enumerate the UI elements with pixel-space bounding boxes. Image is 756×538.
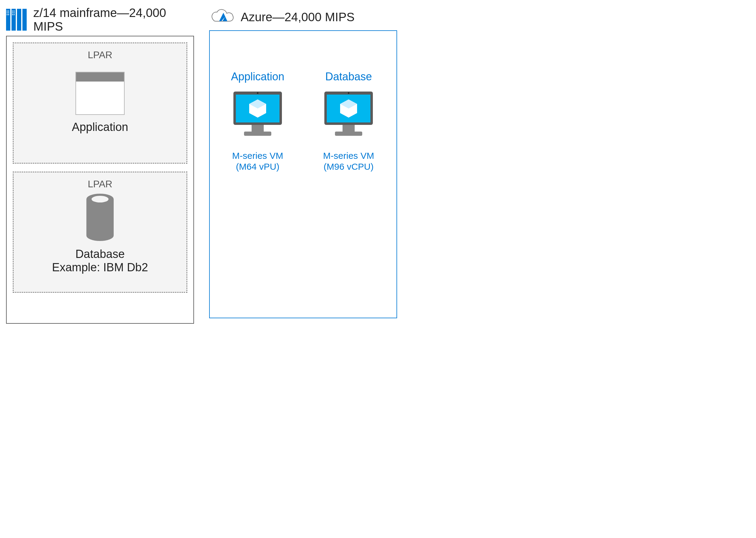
- mainframe-icon: [6, 9, 28, 30]
- svg-point-19: [91, 196, 109, 202]
- svg-rect-12: [12, 13, 13, 13]
- azure-header: Azure—24,000 MIPS: [209, 6, 397, 28]
- lpar-database: LPAR Database Example: IBM Db2: [13, 172, 187, 293]
- db-caption-line2: Example: IBM Db2: [52, 261, 148, 274]
- lpar-label: LPAR: [87, 179, 112, 190]
- application-window-icon: [76, 72, 124, 115]
- azure-item-database: Database: [309, 70, 388, 172]
- vm-icon: [321, 88, 376, 140]
- azure-spec-database: M-series VM (M96 vCPU): [323, 150, 374, 172]
- svg-rect-30: [343, 125, 355, 132]
- lpar-label: LPAR: [87, 49, 112, 61]
- lpar-caption-database: Database Example: IBM Db2: [52, 247, 148, 274]
- svg-rect-14: [12, 14, 13, 15]
- azure-cloud-icon: [209, 6, 235, 28]
- lpar-caption-application: Application: [72, 121, 128, 134]
- svg-rect-24: [244, 132, 271, 136]
- svg-point-18: [86, 230, 114, 241]
- azure-item-application: Application: [218, 70, 297, 172]
- spec-line2: (M64 vPU): [236, 162, 279, 172]
- vm-icon: [230, 88, 285, 140]
- mainframe-header: z/14 mainframe—24,000 MIPS: [6, 6, 194, 33]
- spec-line1: M-series VM: [323, 151, 374, 161]
- svg-rect-5: [8, 11, 9, 12]
- spec-line2: (M96 vCPU): [323, 162, 373, 172]
- azure-label-application: Application: [231, 70, 284, 83]
- svg-rect-10: [12, 11, 13, 12]
- azure-panel: Application: [209, 30, 397, 318]
- mainframe-panel: LPAR Application LPAR: [6, 36, 194, 324]
- svg-point-22: [257, 92, 258, 94]
- spec-line1: M-series VM: [232, 151, 283, 161]
- azure-column: Azure—24,000 MIPS Application: [209, 6, 397, 318]
- svg-rect-11: [14, 11, 15, 12]
- svg-rect-15: [14, 14, 15, 15]
- database-cylinder-icon: [83, 193, 117, 242]
- azure-row: Application: [216, 37, 391, 172]
- svg-rect-1: [12, 9, 16, 30]
- svg-rect-9: [8, 14, 9, 15]
- azure-title: Azure—24,000 MIPS: [241, 10, 355, 24]
- lpar-application: LPAR Application: [13, 42, 187, 164]
- azure-label-database: Database: [325, 70, 372, 83]
- mainframe-title: z/14 mainframe—24,000 MIPS: [33, 6, 194, 33]
- svg-point-29: [348, 92, 350, 94]
- mainframe-column: z/14 mainframe—24,000 MIPS LPAR Applicat…: [6, 6, 194, 324]
- svg-rect-3: [23, 9, 27, 30]
- svg-rect-0: [6, 9, 10, 30]
- svg-rect-7: [8, 13, 9, 13]
- architecture-diagram: z/14 mainframe—24,000 MIPS LPAR Applicat…: [6, 6, 750, 324]
- svg-rect-23: [251, 125, 264, 132]
- svg-rect-4: [7, 11, 8, 12]
- svg-rect-6: [7, 13, 8, 13]
- svg-rect-8: [7, 14, 8, 15]
- svg-rect-13: [14, 13, 15, 13]
- svg-rect-31: [335, 132, 362, 136]
- svg-rect-2: [17, 9, 21, 30]
- db-caption-line1: Database: [76, 247, 125, 260]
- azure-spec-application: M-series VM (M64 vPU): [232, 150, 283, 172]
